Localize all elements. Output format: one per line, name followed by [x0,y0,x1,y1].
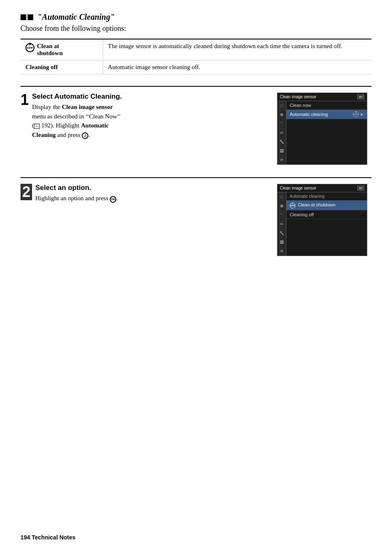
camera-menu-1-items: Clean now Automatic cleaning OFF ▶ [286,101,367,164]
sidebar2-icon-7: ⟳ [279,248,285,254]
sidebar2-icon-6: 🖼 [279,239,285,245]
table-row: Cleaning off Automatic image sensor clea… [21,60,371,74]
option-name-2: Cleaning off [21,60,103,74]
sidebar-icon-5: 🔧 [279,139,285,145]
menu-item-automatic-cleaning: Automatic cleaning OFF ▶ [286,110,367,119]
clean-now-label: Clean now [290,103,311,108]
sidebar-icon-2: ✿ [279,112,285,118]
step-2-section: 2 Select an option. Highlight an option … [21,177,371,256]
sidebar2-icon-5: 🔧 [279,230,285,236]
sidebar-icon-7: ⟳ [279,157,285,163]
step-1-right: Clean image sensor ↩ □ ✿ ꙳ ✏ 🔧 🖼 ⟳ Clean… [277,93,371,165]
camera-menu-2-sidebar: □ ✿ ꙳ ✏ 🔧 🖼 ⟳ [277,192,286,256]
off-badge-2-text: OFF [290,204,295,207]
clean-at-shutdown-label: Clean atshutdown [37,43,63,57]
step-1-section: 1 Select Automatic Cleaning. Display the… [21,86,371,165]
camera-menu-1-title: Clean image sensor [280,95,316,99]
black-square-1 [21,14,26,20]
section-title: "Automatic Cleaning" [37,12,115,22]
sidebar-icon-6: 🖼 [279,148,285,154]
option-name-1: OFF Clean atshutdown [21,39,103,60]
step-2-content: Select an option. Highlight an option an… [35,184,269,203]
option-desc-1: The image sensor is automatically cleane… [103,39,371,60]
page-footer: 194 Technical Notes [21,534,76,541]
ok-button-icon: OK [110,196,116,203]
step-2-left: 2 Select an option. Highlight an option … [21,184,269,256]
camera-menu-1-header: Clean image sensor ↩ [277,93,367,101]
section-squares [21,14,33,20]
step-2-title: Select an option. [35,184,269,192]
cleaning-off-menu-label: Cleaning off [290,212,314,217]
j-button-icon: J [82,132,88,139]
camera-menu-1-sidebar: □ ✿ ꙳ ✏ 🔧 🖼 ⟳ [277,101,286,164]
option-icon-1: OFF Clean atshutdown [25,43,98,57]
section-subtitle: Choose from the following options: [21,24,371,33]
camera-menu-2-title: Clean image sensor [280,186,316,190]
off-text: OFF [27,46,33,50]
off-icon: OFF [25,43,35,52]
section-heading: "Automatic Cleaning" [21,12,371,22]
camera-menu-2-back: ↩ [357,185,364,191]
camera-menu-2: Clean image sensor ↩ □ ✿ ꙳ ✏ 🔧 🖼 ⟳ Autom… [277,184,367,256]
off-badge-text: OFF [353,113,358,116]
step-1-title: Select Automatic Cleaning. [32,93,269,101]
sidebar2-icon-2: ✿ [279,203,285,209]
sidebar2-icon-4: ✏ [279,221,285,227]
sidebar2-icon-1: □ [279,194,285,200]
camera-menu-1: Clean image sensor ↩ □ ✿ ꙳ ✏ 🔧 🖼 ⟳ Clean… [277,93,367,165]
options-table: OFF Clean atshutdown The image sensor is… [21,39,371,74]
camera-menu-1-back: ↩ [357,94,364,99]
step-2-body: Highlight an option and press OK. [35,194,269,203]
camera-menu-2-header: Clean image sensor ↩ [277,184,367,192]
menu2-header-row: Automatic cleaning [286,192,367,201]
step-2-right: Clean image sensor ↩ □ ✿ ꙳ ✏ 🔧 🖼 ⟳ Autom… [277,184,371,256]
option-desc-2: Automatic image sensor cleaning off. [103,60,371,74]
menu-item-clean-now: Clean now [286,101,367,110]
step-1-left: 1 Select Automatic Cleaning. Display the… [21,93,269,165]
sidebar-icon-4: ✏ [279,130,285,136]
off-right-badge: OFF ▶ [353,111,364,117]
off-badge-2: OFF [290,203,295,208]
clean-at-shutdown-menu-label: OFF Clean at shutdown [290,202,335,208]
book-ref-icon: 📖 [34,124,40,129]
off-arrow: OFF ▶ [353,111,364,117]
step-2-number: 2 [21,184,32,200]
step-1-content: Select Automatic Cleaning. Display the C… [32,93,269,139]
sidebar-icon-3: ꙳ [279,121,285,127]
menu2-item-cleaning-off: Cleaning off [286,211,367,219]
step-1-body: Display the Clean image sensor menu as d… [32,102,269,139]
menu2-item-clean-at-shutdown: OFF Clean at shutdown [286,201,367,211]
sidebar-icon-1: □ [279,103,285,109]
step-1-number: 1 [21,93,29,107]
off-badge-1: OFF [353,111,359,117]
camera-menu-1-body: □ ✿ ꙳ ✏ 🔧 🖼 ⟳ Clean now Automatic cleani… [277,101,367,164]
table-row: OFF Clean atshutdown The image sensor is… [21,39,371,60]
camera-menu-2-body: □ ✿ ꙳ ✏ 🔧 🖼 ⟳ Automatic cleaning [277,192,367,256]
cleaning-off-label: Cleaning off [25,64,58,70]
automatic-cleaning-label: Automatic cleaning [290,112,328,117]
camera-menu-2-items: Automatic cleaning OFF Clean at shutdown… [286,192,367,256]
automatic-cleaning-sub: Automatic cleaning [290,194,325,199]
sidebar2-icon-3: ꙳ [279,212,285,218]
black-square-2 [28,14,33,20]
